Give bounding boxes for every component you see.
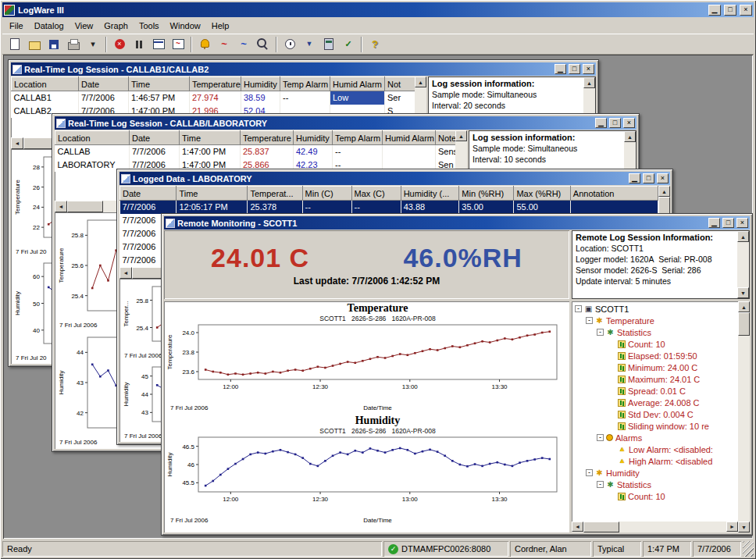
menu-item-help[interactable]: Help: [206, 19, 235, 33]
tree-expander-icon[interactable]: -: [597, 434, 604, 441]
scroll-left-icon[interactable]: ◄: [572, 522, 583, 532]
checkmark-button[interactable]: [339, 35, 358, 53]
column-header[interactable]: Temperat...: [248, 187, 302, 201]
pause-button[interactable]: [130, 35, 148, 53]
tree-expander-icon[interactable]: -: [586, 317, 593, 324]
menu-item-window[interactable]: Window: [165, 19, 206, 33]
scrollbar-thumb[interactable]: [67, 201, 103, 212]
open-button[interactable]: [25, 35, 44, 53]
maximize-button[interactable]: □: [722, 218, 734, 228]
tree-item[interactable]: -Temperature: [572, 315, 738, 326]
column-header[interactable]: Min (C): [302, 187, 351, 201]
column-header[interactable]: Min (%RH): [459, 187, 514, 201]
column-header[interactable]: Time: [180, 131, 241, 145]
scroll-left-icon[interactable]: ◄: [119, 267, 132, 279]
column-header[interactable]: Note:: [436, 131, 456, 145]
minimize-button[interactable]: ▁: [555, 64, 566, 74]
window-remote-monitoring-scott1[interactable]: Remote Monitoring - SCOTT1 ▁ □ × 24.01 C…: [161, 213, 753, 536]
minimize-button[interactable]: ▁: [708, 218, 720, 228]
minimize-button[interactable]: ▁: [708, 5, 721, 16]
scroll-right-icon[interactable]: ►: [726, 522, 738, 532]
column-header[interactable]: Location: [55, 131, 130, 145]
menu-item-datalog[interactable]: Datalog: [29, 19, 70, 33]
scroll-up-icon[interactable]: ▲: [624, 131, 636, 142]
tree-item[interactable]: Elapsed: 01:59:50: [572, 350, 738, 361]
tree-vertical-scrollbar[interactable]: ▲ ▼: [738, 301, 750, 532]
column-header[interactable]: Not: [385, 77, 415, 91]
column-header[interactable]: Humidity: [241, 77, 280, 91]
dropdown-arrow-button[interactable]: [84, 35, 102, 53]
column-header[interactable]: Max (C): [351, 187, 401, 201]
column-header[interactable]: Date: [130, 131, 180, 145]
menu-item-file[interactable]: File: [4, 19, 29, 33]
resize-grip[interactable]: [743, 541, 754, 557]
scrollbar-thumb[interactable]: [738, 312, 750, 336]
tree-expander-icon[interactable]: -: [597, 329, 604, 336]
datalog-table-button[interactable]: [149, 35, 168, 53]
tree-item[interactable]: -Statistics: [572, 479, 738, 490]
scroll-left-icon[interactable]: ◄: [55, 201, 67, 212]
column-header[interactable]: Humid Alarm: [383, 131, 436, 145]
table-row[interactable]: CALLAB7/7/20061:47:00 PM25.83742.49--Sen…: [55, 145, 456, 158]
column-header[interactable]: Humidity: [294, 131, 333, 145]
column-header[interactable]: Humid Alarm: [330, 77, 385, 91]
new-log-button[interactable]: [5, 35, 24, 53]
datalog-graph-button[interactable]: [169, 35, 187, 53]
scroll-down-icon[interactable]: ▼: [737, 287, 749, 298]
tree-item[interactable]: Average: 24.008 C: [572, 397, 738, 408]
alarm-bell-button[interactable]: [195, 35, 214, 53]
tree-expander-icon[interactable]: -: [575, 305, 582, 312]
column-header[interactable]: Annotation: [570, 187, 658, 201]
clock-button[interactable]: [280, 35, 299, 53]
close-button[interactable]: ×: [736, 218, 748, 228]
menu-item-view[interactable]: View: [70, 19, 99, 33]
scroll-up-icon[interactable]: ▲: [455, 130, 467, 141]
graph-red-button[interactable]: [215, 35, 234, 53]
print-button[interactable]: [64, 35, 83, 53]
tree-item[interactable]: -Statistics: [572, 326, 738, 338]
tree-expander-icon[interactable]: -: [586, 469, 593, 476]
tree-item[interactable]: Count: 10: [572, 490, 738, 502]
column-header[interactable]: Time: [129, 77, 190, 91]
menu-item-tools[interactable]: Tools: [134, 19, 165, 33]
tree-horizontal-scrollbar[interactable]: ◄ ►: [572, 522, 738, 532]
table-row[interactable]: CALLAB17/7/20061:46:57 PM27.97438.59--Lo…: [12, 91, 415, 105]
column-header[interactable]: Date: [120, 187, 177, 201]
tree-item[interactable]: Sliding window: 10 re: [572, 420, 738, 432]
magnifier-button[interactable]: [254, 35, 273, 53]
scroll-down-icon[interactable]: ▼: [738, 522, 750, 532]
minimize-button[interactable]: ▁: [629, 173, 640, 183]
column-header[interactable]: Max (%RH): [514, 187, 570, 201]
scroll-up-icon[interactable]: ▲: [737, 231, 749, 242]
scroll-up-icon[interactable]: ▲: [583, 77, 595, 88]
child-titlebar[interactable]: Real-Time Log Session - CALLAB/LABORATOR…: [55, 116, 637, 130]
tree-item[interactable]: Low Alarm: <disabled:: [572, 443, 738, 455]
maximize-button[interactable]: □: [643, 173, 654, 183]
minimize-button[interactable]: ▁: [595, 118, 607, 128]
tree-item[interactable]: Maximum: 24.01 C: [572, 373, 738, 385]
graph-blue-button[interactable]: [234, 35, 253, 53]
column-header[interactable]: Temp Alarm: [280, 77, 330, 91]
close-button[interactable]: ×: [583, 64, 594, 74]
tree-item[interactable]: Spread: 0.01 C: [572, 385, 738, 397]
child-titlebar[interactable]: Real-Time Log Session - CALLAB1/CALLAB2 …: [11, 62, 596, 76]
scrollbar-thumb[interactable]: [583, 522, 619, 532]
save-button[interactable]: [45, 35, 63, 53]
humidity-chart[interactable]: HumiditySCOTT1 2626-S-286 1620A-PR-00846…: [164, 414, 563, 526]
close-button[interactable]: ×: [740, 5, 752, 16]
help-button[interactable]: [366, 35, 384, 53]
tree-item[interactable]: -Humidity: [572, 467, 738, 479]
maximize-button[interactable]: □: [724, 5, 736, 16]
column-header[interactable]: Humidity (...: [401, 187, 459, 201]
scroll-up-icon[interactable]: ▲: [658, 186, 670, 197]
close-button[interactable]: ×: [623, 118, 635, 128]
table-row[interactable]: 7/7/200612:05:17 PM25.378----43.8835.005…: [120, 201, 658, 214]
tree-item[interactable]: Std Dev: 0.004 C: [572, 408, 738, 420]
tree-item[interactable]: Minimum: 24.00 C: [572, 361, 738, 373]
tree-item[interactable]: -Alarms: [572, 432, 738, 443]
column-header[interactable]: Temperature: [241, 131, 294, 145]
column-header[interactable]: Temp Alarm: [333, 131, 383, 145]
child-titlebar[interactable]: Logged Data - LABORATORY ▁ □ ×: [119, 172, 670, 185]
column-header[interactable]: Time: [177, 187, 248, 201]
maximize-button[interactable]: □: [569, 64, 580, 74]
